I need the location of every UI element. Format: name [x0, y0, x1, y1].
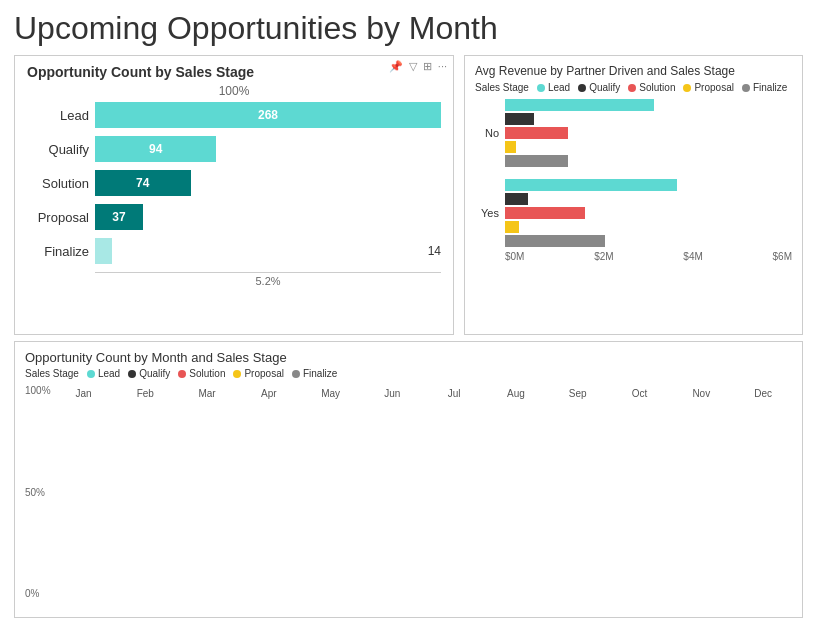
y-labels: 100%50%0%	[25, 385, 55, 599]
bar-label: Proposal	[27, 210, 89, 225]
month-column: Jun	[363, 385, 421, 399]
legend-item: Solution	[628, 82, 675, 93]
month-column: Dec	[734, 385, 792, 399]
bar-row: Proposal37	[27, 204, 441, 230]
legend-item: Finalize	[742, 82, 787, 93]
bar-fill: 94	[95, 136, 216, 162]
h-row-label: Yes	[475, 207, 499, 219]
month-column: Jul	[425, 385, 483, 399]
bar-row: Qualify94	[27, 136, 441, 162]
y-label: 0%	[25, 588, 51, 599]
bar-container: 94	[95, 136, 441, 162]
month-column: Aug	[487, 385, 545, 399]
legend-label: Sales Stage	[475, 82, 529, 93]
panel-toolbar: 📌 ▽ ⊞ ···	[389, 60, 447, 73]
month-column: Feb	[116, 385, 174, 399]
y-label: 100%	[25, 385, 51, 396]
bar-label: Finalize	[27, 244, 89, 259]
bottom-legend-item: Lead	[87, 368, 120, 379]
h-axis-label: $6M	[773, 251, 792, 262]
bar-container	[95, 238, 418, 264]
h-bar-segment	[505, 127, 568, 139]
month-column: Nov	[672, 385, 730, 399]
h-bar-segment	[505, 179, 677, 191]
top-percent: 100%	[27, 84, 441, 98]
month-column: Apr	[240, 385, 298, 399]
month-label: Apr	[261, 388, 277, 399]
h-bars	[505, 99, 792, 167]
month-label: Jan	[75, 388, 91, 399]
left-panel: 📌 ▽ ⊞ ··· Opportunity Count by Sales Sta…	[14, 55, 454, 335]
month-label: Jun	[384, 388, 400, 399]
month-label: Nov	[692, 388, 710, 399]
right-panel-title: Avg Revenue by Partner Driven and Sales …	[475, 64, 792, 78]
bottom-panel: Opportunity Count by Month and Sales Sta…	[14, 341, 803, 618]
month-column: Sep	[549, 385, 607, 399]
month-label: Oct	[632, 388, 648, 399]
dashboard: 📌 ▽ ⊞ ··· Opportunity Count by Sales Sta…	[14, 55, 803, 618]
stacked-bars: JanFebMarAprMayJunJulAugSepOctNovDec	[55, 385, 792, 401]
h-bar-segment	[505, 207, 585, 219]
bottom-legend: Sales StageLeadQualifySolutionProposalFi…	[25, 368, 792, 379]
month-label: Dec	[754, 388, 772, 399]
bar-value-outside: 14	[428, 244, 441, 258]
legend-item: Proposal	[683, 82, 733, 93]
bar-fill: 268	[95, 102, 441, 128]
month-column: May	[302, 385, 360, 399]
h-bar-segment	[505, 113, 534, 125]
bar-container: 37	[95, 204, 441, 230]
h-row: Yes	[475, 179, 792, 247]
h-row: No	[475, 99, 792, 167]
h-axis-label: $4M	[683, 251, 702, 262]
month-label: May	[321, 388, 340, 399]
bar-label: Qualify	[27, 142, 89, 157]
y-label: 50%	[25, 487, 51, 498]
month-label: Aug	[507, 388, 525, 399]
month-label: Jul	[448, 388, 461, 399]
h-bar-segment	[505, 221, 519, 233]
h-bars	[505, 179, 792, 247]
month-label: Mar	[198, 388, 215, 399]
bar-fill: 74	[95, 170, 191, 196]
more-icon[interactable]: ···	[438, 60, 447, 73]
filter-icon[interactable]: ▽	[409, 60, 417, 73]
h-bar-segment	[505, 141, 516, 153]
bar-container: 268	[95, 102, 441, 128]
bottom-legend-item: Solution	[178, 368, 225, 379]
bottom-legend-item: Qualify	[128, 368, 170, 379]
legend-item: Lead	[537, 82, 570, 93]
top-row: 📌 ▽ ⊞ ··· Opportunity Count by Sales Sta…	[14, 55, 803, 335]
month-column: Oct	[611, 385, 669, 399]
bar-label: Solution	[27, 176, 89, 191]
h-axis: $0M$2M$4M$6M	[505, 251, 792, 262]
right-panel: Avg Revenue by Partner Driven and Sales …	[464, 55, 803, 335]
legend-item: Qualify	[578, 82, 620, 93]
expand-icon[interactable]: ⊞	[423, 60, 432, 73]
bar-fill: 37	[95, 204, 143, 230]
h-axis-label: $0M	[505, 251, 524, 262]
bar-label: Lead	[27, 108, 89, 123]
h-axis-label: $2M	[594, 251, 613, 262]
bar-fill	[95, 238, 112, 264]
h-row-label: No	[475, 127, 499, 139]
bar-row: Lead268	[27, 102, 441, 128]
axis-line	[95, 272, 441, 273]
stacked-chart-area: JanFebMarAprMayJunJulAugSepOctNovDec	[55, 385, 792, 599]
bottom-percent: 5.2%	[95, 275, 441, 287]
month-column: Jan	[55, 385, 113, 399]
h-bar-segment	[505, 155, 568, 167]
h-bar-segment	[505, 193, 528, 205]
bar-container: 74	[95, 170, 441, 196]
bar-row: Solution74	[27, 170, 441, 196]
left-panel-title: Opportunity Count by Sales Stage	[27, 64, 441, 80]
month-column: Mar	[178, 385, 236, 399]
bottom-legend-item: Finalize	[292, 368, 337, 379]
bar-chart: Lead268Qualify94Solution74Proposal37Fina…	[27, 102, 441, 264]
bottom-legend-item: Proposal	[233, 368, 283, 379]
bottom-panel-title: Opportunity Count by Month and Sales Sta…	[25, 350, 792, 365]
h-bar-segment	[505, 235, 605, 247]
right-legend: Sales StageLeadQualifySolutionProposalFi…	[475, 82, 792, 93]
h-bar-chart: NoYes	[475, 99, 792, 247]
h-bar-segment	[505, 99, 654, 111]
pin-icon[interactable]: 📌	[389, 60, 403, 73]
